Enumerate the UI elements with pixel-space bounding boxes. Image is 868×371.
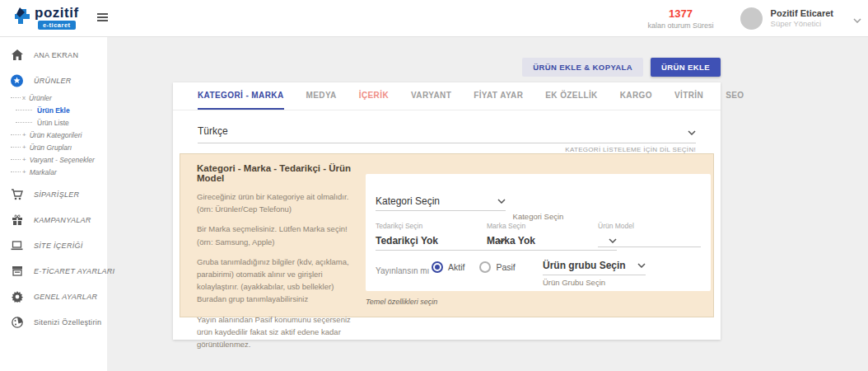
home-icon bbox=[11, 49, 23, 61]
supplier-select-value: Tedarikçi Yok bbox=[376, 235, 438, 247]
sidebar-item-kampanyalar[interactable]: KAMPANYALAR bbox=[0, 207, 107, 232]
info-paragraph: Bir Marka seçmelisiniz. Lütfen Marka seç… bbox=[197, 223, 371, 247]
brand-select-value: Marka Yok bbox=[487, 235, 535, 247]
session-remaining-label: kalan oturum Süresi bbox=[648, 21, 714, 31]
tree-guide bbox=[11, 171, 21, 172]
tree-guide bbox=[11, 159, 21, 160]
laptop-icon bbox=[11, 239, 23, 251]
tree-guide bbox=[11, 147, 21, 148]
category-brand-panel: Kategori - Marka - Tedarikçi - Ürün Mode… bbox=[180, 153, 714, 317]
urun-ekle-button[interactable]: ÜRÜN EKLE bbox=[651, 58, 721, 77]
gear-icon bbox=[11, 290, 23, 303]
info-title: Kategori - Marka - Tedarikçi - Ürün Mode… bbox=[197, 163, 371, 183]
publish-label: Yayınlansın mı bbox=[376, 266, 429, 275]
tree-item-urunler[interactable]: x Ürünler bbox=[11, 92, 107, 104]
chevron-down-icon[interactable] bbox=[853, 12, 861, 26]
session-timer: 1377 kalan oturum Süresi bbox=[648, 7, 714, 31]
tree-item-urun-kategorileri[interactable]: + Ürün Kategorileri bbox=[11, 129, 107, 141]
expand-toggle-icon[interactable]: + bbox=[22, 143, 26, 151]
language-select[interactable]: Türkçe bbox=[198, 124, 696, 143]
language-section: Türkçe KATEGORİ LİSTELEME İÇİN DİL SEÇİN… bbox=[198, 124, 696, 153]
tree-item-label: Markalar bbox=[30, 168, 57, 176]
urun-ekle-kopyala-button[interactable]: ÜRÜN EKLE & KOPYALA bbox=[522, 58, 643, 77]
logo-mark-icon bbox=[12, 6, 33, 27]
tab-vitrin[interactable]: VİTRİN bbox=[674, 82, 703, 110]
radio-pasif[interactable]: Pasif bbox=[479, 261, 515, 273]
logo-badge: e-ticaret bbox=[38, 21, 76, 30]
product-group-select[interactable]: Ürün grubu Seçin bbox=[543, 256, 646, 275]
tab-ek-ozellik[interactable]: EK ÖZELLİK bbox=[545, 82, 597, 110]
brand-logo[interactable]: pozitif e-ticaret bbox=[12, 6, 79, 30]
page-actions: ÜRÜN EKLE & KOPYALA ÜRÜN EKLE bbox=[107, 58, 721, 77]
expand-toggle-icon[interactable]: + bbox=[22, 131, 26, 139]
tree-item-markalar[interactable]: + Markalar bbox=[11, 166, 107, 178]
tree-guide bbox=[16, 110, 32, 110]
chevron-down-icon bbox=[688, 124, 696, 139]
cart-icon bbox=[11, 188, 23, 200]
model-input[interactable] bbox=[598, 232, 701, 247]
session-remaining-value: 1377 bbox=[648, 7, 714, 21]
tab-kargo[interactable]: KARGO bbox=[620, 82, 652, 110]
info-paragraph: Yayın alanından Pasif konumunu seçerseni… bbox=[197, 313, 371, 351]
sidebar-item-site-icerigi[interactable]: SİTE İÇERİĞİ bbox=[0, 232, 107, 258]
sidebar-item-label: ÜRÜNLER bbox=[34, 77, 72, 85]
storefront-icon bbox=[11, 265, 23, 277]
category-select[interactable]: Kategori Seçin bbox=[376, 192, 506, 211]
product-card: KATEGORİ - MARKA MEDYA İÇERİK VARYANT Fİ… bbox=[173, 82, 721, 340]
tree-guide bbox=[11, 97, 21, 98]
sidebar-item-label: GENEL AYARLAR bbox=[34, 293, 97, 301]
admin-page: pozitif e-ticaret 1377 kalan oturum Süre… bbox=[0, 0, 868, 371]
top-header: pozitif e-ticaret 1377 kalan oturum Süre… bbox=[0, 0, 868, 37]
tree-item-label: Ürünler bbox=[29, 94, 52, 102]
sidebar-item-sitenizi-ozellestirin[interactable]: Sitenizi Özelleştirin bbox=[0, 309, 107, 335]
tab-seo[interactable]: SEO bbox=[726, 82, 744, 110]
info-column: Kategori - Marka - Tedarikçi - Ürün Mode… bbox=[197, 163, 371, 358]
tree-guide bbox=[16, 122, 32, 123]
sidebar-item-urunler[interactable]: ÜRÜNLER bbox=[0, 68, 107, 93]
tree-item-label: Ürün Liste bbox=[37, 119, 69, 127]
tab-fiyat-ayar[interactable]: FİYAT AYAR bbox=[474, 82, 523, 110]
product-tabs: KATEGORİ - MARKA MEDYA İÇERİK VARYANT Fİ… bbox=[173, 82, 721, 110]
tree-item-label: Ürün Grupları bbox=[30, 143, 72, 152]
tab-medya[interactable]: MEDYA bbox=[306, 82, 337, 110]
sidebar-item-eticaret-ayarlari[interactable]: E-TİCARET AYARLARI bbox=[0, 258, 107, 284]
user-menu[interactable]: Pozitif Eticaret Süper Yönetici bbox=[740, 7, 861, 30]
main-area: ÜRÜN EKLE & KOPYALA ÜRÜN EKLE KATEGORİ -… bbox=[107, 37, 868, 371]
model-label: Ürün Model bbox=[598, 222, 634, 230]
avatar bbox=[740, 7, 763, 30]
tab-varyant[interactable]: VARYANT bbox=[411, 82, 451, 110]
tree-item-varyant-secenekler[interactable]: + Varyant - Seçenekler bbox=[11, 153, 107, 166]
radio-unselected-icon bbox=[479, 261, 491, 273]
sidebar-item-label: Sitenizi Özelleştirin bbox=[34, 318, 101, 326]
language-select-value: Türkçe bbox=[198, 125, 228, 137]
language-hint: KATEGORİ LİSTELEME İÇİN DİL SEÇİN! bbox=[198, 146, 696, 153]
brand-label: Marka Seçin bbox=[487, 222, 525, 230]
expand-toggle-icon[interactable]: + bbox=[22, 168, 26, 176]
menu-toggle-icon[interactable] bbox=[97, 13, 108, 23]
collapse-toggle-icon[interactable]: x bbox=[22, 94, 26, 101]
gift-icon bbox=[11, 214, 23, 226]
tree-item-urun-gruplari[interactable]: + Ürün Grupları bbox=[11, 141, 107, 153]
user-role: Süper Yönetici bbox=[771, 19, 833, 29]
info-paragraph: Gruba tanımladığınız bilgiler (kdv, açık… bbox=[197, 256, 371, 306]
tree-guide bbox=[11, 134, 21, 135]
tab-kategori-marka[interactable]: KATEGORİ - MARKA bbox=[198, 82, 284, 110]
sidebar-item-label: E-TİCARET AYARLARI bbox=[34, 267, 114, 275]
logo-text-block: pozitif e-ticaret bbox=[35, 6, 79, 30]
tree-item-urun-liste[interactable]: Ürün Liste bbox=[11, 116, 107, 129]
radio-label: Aktif bbox=[448, 262, 464, 272]
tab-icerik[interactable]: İÇERİK bbox=[359, 82, 389, 110]
radio-aktif[interactable]: Aktif bbox=[432, 261, 464, 273]
expand-toggle-icon[interactable]: + bbox=[22, 156, 26, 163]
tree-item-label: Varyant - Seçenekler bbox=[30, 156, 95, 164]
sidebar-item-siparisler[interactable]: SİPARİŞLER bbox=[0, 181, 107, 207]
product-group-select-value: Ürün grubu Seçin bbox=[543, 260, 626, 271]
tree-item-label: Ürün Kategorileri bbox=[30, 131, 82, 139]
chevron-down-icon bbox=[497, 192, 506, 207]
sidebar-item-genel-ayarlar[interactable]: GENEL AYARLAR bbox=[0, 284, 107, 309]
tree-item-urun-ekle[interactable]: Ürün Ekle bbox=[11, 104, 107, 116]
products-subtree: x Ürünler Ürün Ekle Ürün Liste + Ürün Ka… bbox=[0, 92, 107, 178]
sidebar-item-ana-ekran[interactable]: ANA EKRAN bbox=[0, 42, 107, 68]
category-select-value: Kategori Seçin bbox=[376, 195, 440, 207]
sidebar-item-label: ANA EKRAN bbox=[34, 51, 78, 59]
